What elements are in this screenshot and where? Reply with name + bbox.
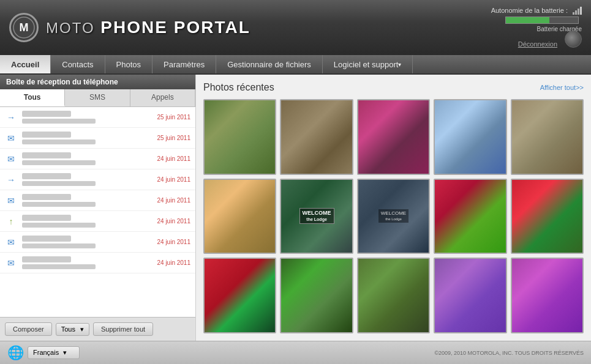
call-missed-icon: ↑ bbox=[5, 217, 17, 226]
photo-item[interactable] bbox=[511, 258, 584, 333]
contact-name bbox=[22, 215, 71, 221]
message-date: 25 juin 2011 bbox=[157, 114, 191, 121]
photo-item[interactable]: WELCOMEthe Lodge bbox=[357, 179, 430, 254]
header: M MOTO PHONE PORTAL Autonomie de la batt… bbox=[0, 0, 591, 55]
tab-tous[interactable]: Tous bbox=[0, 89, 65, 106]
list-item[interactable]: ✉ 25 juin 2011 bbox=[0, 128, 195, 149]
message-preview bbox=[22, 223, 96, 228]
sms-icon: ✉ bbox=[5, 154, 17, 164]
photo-item[interactable] bbox=[434, 258, 506, 333]
compose-button[interactable]: Composer bbox=[5, 322, 52, 336]
photo-item[interactable] bbox=[280, 258, 353, 333]
delete-all-button[interactable]: Supprimer tout bbox=[93, 322, 153, 336]
list-item[interactable]: ↑ 24 juin 2011 bbox=[0, 211, 195, 232]
theme-button[interactable] bbox=[565, 31, 582, 48]
panel-footer: Composer Tous ▾ Supprimer tout bbox=[0, 317, 195, 341]
contact-name bbox=[22, 194, 71, 200]
motorola-logo: M bbox=[9, 13, 39, 42]
message-content bbox=[22, 256, 152, 269]
message-date: 24 juin 2011 bbox=[157, 239, 191, 245]
tabs-row: Tous SMS Appels bbox=[0, 89, 195, 107]
list-item[interactable]: ✉ 24 juin 2011 bbox=[0, 190, 195, 211]
title-moto: MOTO bbox=[46, 20, 95, 36]
list-item[interactable]: ✉ 24 juin 2011 bbox=[0, 253, 195, 273]
message-content bbox=[22, 152, 152, 165]
message-content bbox=[22, 111, 152, 124]
message-content bbox=[22, 173, 152, 186]
contact-name bbox=[22, 111, 71, 117]
message-preview bbox=[22, 139, 96, 144]
filter-dropdown[interactable]: Tous ▾ bbox=[56, 323, 89, 336]
battery-label: Autonomie de la batterie : bbox=[491, 6, 582, 15]
language-selector[interactable]: Français ▾ bbox=[28, 346, 80, 359]
copyright-text: ©2009, 2010 MOTOROLA, INC. TOUS DROITS R… bbox=[434, 350, 584, 356]
nav-item-contacts[interactable]: Contacts bbox=[51, 55, 105, 73]
photo-item[interactable] bbox=[357, 258, 430, 333]
signal-icon bbox=[573, 6, 582, 15]
message-date: 25 juin 2011 bbox=[157, 135, 191, 141]
message-date: 24 juin 2011 bbox=[157, 218, 191, 225]
battery-bar bbox=[506, 17, 549, 23]
left-panel: Boîte de réception du téléphone Tous SMS… bbox=[0, 75, 196, 341]
message-date: 24 juin 2011 bbox=[157, 155, 191, 162]
list-item[interactable]: → 24 juin 2011 bbox=[0, 169, 195, 190]
message-content bbox=[22, 194, 152, 207]
message-preview bbox=[22, 119, 96, 124]
list-item[interactable]: ✉ 24 juin 2011 bbox=[0, 149, 195, 169]
photo-item[interactable] bbox=[434, 99, 506, 175]
lang-dropdown-arrow-icon: ▾ bbox=[63, 349, 67, 356]
title-portal: PORTAL bbox=[174, 18, 250, 37]
nav-item-photos[interactable]: Photos bbox=[105, 55, 152, 73]
photo-item[interactable] bbox=[357, 99, 430, 175]
nav-item-fichiers[interactable]: Gestionnaire de fichiers bbox=[216, 55, 323, 73]
globe-icon: 🌐 bbox=[7, 345, 24, 361]
sms-icon: ✉ bbox=[5, 237, 17, 247]
photo-item[interactable] bbox=[434, 179, 506, 254]
photo-item[interactable] bbox=[511, 179, 584, 254]
main-content: Boîte de réception du téléphone Tous SMS… bbox=[0, 75, 591, 341]
list-item[interactable]: ✉ 24 juin 2011 bbox=[0, 232, 195, 253]
message-preview bbox=[22, 160, 96, 165]
photos-title: Photos récentes bbox=[203, 82, 274, 93]
photo-item[interactable] bbox=[280, 99, 353, 175]
sms-icon: ✉ bbox=[5, 258, 17, 268]
tab-sms[interactable]: SMS bbox=[65, 89, 130, 106]
message-preview bbox=[22, 202, 96, 207]
contact-name bbox=[22, 152, 71, 158]
message-preview bbox=[22, 243, 96, 248]
view-all-link[interactable]: Afficher tout>> bbox=[540, 84, 584, 91]
contact-name bbox=[22, 173, 71, 179]
tab-appels[interactable]: Appels bbox=[130, 89, 195, 106]
photos-header: Photos récentes Afficher tout>> bbox=[203, 82, 584, 93]
messages-list: → 25 juin 2011 ✉ 25 juin 2011 bbox=[0, 107, 195, 317]
message-date: 24 juin 2011 bbox=[157, 259, 191, 266]
photo-item[interactable] bbox=[511, 99, 584, 175]
photo-item[interactable] bbox=[203, 258, 276, 333]
message-date: 24 juin 2011 bbox=[157, 176, 191, 183]
right-panel: Photos récentes Afficher tout>> WELCOMEt… bbox=[196, 75, 591, 341]
list-item[interactable]: → 25 juin 2011 bbox=[0, 107, 195, 128]
call-out-icon: → bbox=[5, 113, 17, 122]
message-date: 24 juin 2011 bbox=[157, 197, 191, 204]
nav-item-parametres[interactable]: Paramètres bbox=[152, 55, 216, 73]
sms-icon: ✉ bbox=[5, 133, 17, 143]
contact-name bbox=[22, 132, 71, 138]
call-out-icon: → bbox=[5, 175, 17, 185]
sms-icon: ✉ bbox=[5, 196, 17, 206]
photo-item[interactable]: WELCOMEthe Lodge bbox=[280, 179, 353, 254]
message-content bbox=[22, 236, 152, 248]
nav-item-logiciel[interactable]: Logiciel et support bbox=[323, 55, 413, 73]
logout-link[interactable]: Déconnexion bbox=[518, 40, 557, 48]
battery-label-text: Autonomie de la batterie : bbox=[491, 7, 568, 14]
app-title: MOTO PHONE PORTAL bbox=[46, 18, 250, 37]
contact-name bbox=[22, 256, 71, 262]
battery-section: Autonomie de la batterie : Batterie char… bbox=[491, 6, 582, 32]
message-preview bbox=[22, 264, 96, 269]
photo-grid: WELCOMEthe Lodge WELCOMEthe Lodge bbox=[203, 99, 584, 333]
logo-area: M MOTO PHONE PORTAL bbox=[9, 13, 250, 42]
photo-item[interactable] bbox=[203, 99, 276, 175]
photo-item[interactable] bbox=[203, 179, 276, 254]
battery-bar-container bbox=[505, 17, 579, 24]
message-content bbox=[22, 132, 152, 144]
nav-item-accueil[interactable]: Accueil bbox=[0, 55, 51, 73]
